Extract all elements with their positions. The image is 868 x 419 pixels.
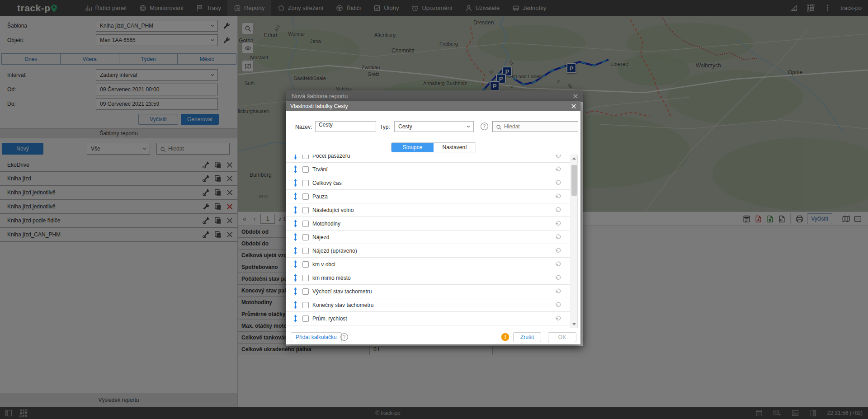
scroll-down-icon[interactable] xyxy=(571,321,577,328)
warning-icon: ! xyxy=(501,333,509,341)
drag-updown-icon[interactable] xyxy=(293,233,298,241)
modal-tabs: SloupceNastavení xyxy=(391,142,476,152)
drag-updown-icon[interactable] xyxy=(293,315,298,322)
help-icon[interactable]: ? xyxy=(340,333,349,341)
scrollbar-thumb[interactable] xyxy=(571,165,577,196)
undo-icon[interactable] xyxy=(555,207,561,213)
column-checkbox[interactable] xyxy=(302,261,309,268)
name-field[interactable] xyxy=(315,121,376,132)
svg-text:?: ? xyxy=(483,124,486,129)
column-name: Následující volno xyxy=(312,207,354,213)
name-label: Název: xyxy=(295,124,312,130)
drag-updown-icon[interactable] xyxy=(293,179,298,187)
inner-modal-titlebar: Vlastnosti tabulky Cesty xyxy=(286,101,580,111)
column-name: Celkový čas xyxy=(312,180,342,186)
svg-text:!: ! xyxy=(504,334,506,340)
column-checkbox[interactable] xyxy=(302,288,309,295)
drag-updown-icon[interactable] xyxy=(293,247,298,254)
undo-icon[interactable] xyxy=(555,247,561,254)
column-row[interactable]: Počet pasažérů xyxy=(286,155,570,163)
column-name: Konečný stav tachometru xyxy=(312,302,373,308)
inner-modal-title: Vlastnosti tabulky Cesty xyxy=(290,103,348,109)
scrollbar[interactable] xyxy=(571,155,578,328)
type-select[interactable]: Cesty xyxy=(394,121,474,132)
column-row[interactable]: km v obci xyxy=(286,258,570,271)
column-checkbox[interactable] xyxy=(302,180,309,186)
column-checkbox[interactable] xyxy=(302,248,309,254)
column-name: Motohodiny xyxy=(312,221,340,227)
undo-icon[interactable] xyxy=(555,288,561,295)
drag-updown-icon[interactable] xyxy=(293,206,298,214)
column-checkbox[interactable] xyxy=(302,302,309,308)
undo-icon[interactable] xyxy=(555,315,561,322)
column-checkbox[interactable] xyxy=(302,221,309,227)
column-row[interactable]: Trvání xyxy=(286,163,570,176)
column-checkbox[interactable] xyxy=(302,315,309,322)
tab-sloupce[interactable]: Sloupce xyxy=(392,143,434,152)
column-name: Počet pasažérů xyxy=(312,155,350,159)
column-name: km mimo město xyxy=(312,275,351,281)
column-row[interactable]: Motohodiny xyxy=(286,217,570,231)
column-name: Prům. rychlost xyxy=(312,315,347,322)
tab-nastaven[interactable]: Nastavení xyxy=(434,143,476,152)
column-name: Nájezd xyxy=(312,234,329,240)
undo-icon[interactable] xyxy=(555,220,561,227)
column-name: Pauza xyxy=(312,193,328,200)
add-calculator-button[interactable]: Přidat kalkulačku xyxy=(291,332,342,342)
column-name: Výchozí stav tachometru xyxy=(312,288,372,295)
column-search[interactable] xyxy=(492,121,578,132)
column-name: Nájezd (upraveno) xyxy=(312,248,357,254)
chevron-down-icon xyxy=(466,124,471,129)
column-row[interactable]: Konečný stav tachometru xyxy=(286,298,570,312)
undo-icon[interactable] xyxy=(555,179,561,186)
column-checkbox[interactable] xyxy=(302,166,309,173)
column-name: Trvání xyxy=(312,166,328,173)
app-window: track-p Řídící panel Monitorování Trasy … xyxy=(0,0,868,419)
drag-updown-icon[interactable] xyxy=(293,287,298,295)
undo-icon[interactable] xyxy=(555,261,561,268)
cancel-button[interactable]: Zrušit xyxy=(513,332,541,342)
column-row[interactable]: Následující volno xyxy=(286,203,570,217)
column-checkbox[interactable] xyxy=(302,234,309,240)
drag-updown-icon[interactable] xyxy=(293,220,298,227)
column-row[interactable]: Nájezd xyxy=(286,231,570,244)
column-row[interactable]: Celkový čas xyxy=(286,176,570,190)
column-row[interactable]: Nájezd (upraveno) xyxy=(286,244,570,258)
column-row[interactable]: Pauza xyxy=(286,190,570,203)
column-name: km v obci xyxy=(312,261,335,268)
column-row[interactable]: km mimo město xyxy=(286,271,570,285)
help-icon[interactable]: ? xyxy=(480,122,489,131)
undo-icon[interactable] xyxy=(555,166,561,173)
column-list: Počet pasažérů Trvání Celkový čas Pauza … xyxy=(286,155,570,328)
scroll-up-icon[interactable] xyxy=(571,155,577,162)
column-checkbox[interactable] xyxy=(302,207,309,213)
drag-updown-icon[interactable] xyxy=(293,165,298,173)
drag-updown-icon[interactable] xyxy=(293,155,298,160)
drag-updown-icon[interactable] xyxy=(293,193,298,200)
drag-updown-icon[interactable] xyxy=(293,301,298,309)
column-checkbox[interactable] xyxy=(302,275,309,281)
ok-button[interactable]: OK xyxy=(548,332,576,342)
type-label: Typ: xyxy=(380,124,390,130)
search-icon xyxy=(496,124,502,130)
undo-icon[interactable] xyxy=(555,155,561,159)
column-row[interactable]: Výchozí stav tachometru xyxy=(286,285,570,298)
drag-updown-icon[interactable] xyxy=(293,274,298,282)
table-properties-modal: Vlastnosti tabulky Cesty Název: Typ: Ces… xyxy=(286,101,580,344)
undo-icon[interactable] xyxy=(555,301,561,308)
undo-icon[interactable] xyxy=(555,234,561,240)
svg-text:?: ? xyxy=(343,334,346,339)
column-checkbox[interactable] xyxy=(302,155,309,159)
drag-updown-icon[interactable] xyxy=(293,260,298,268)
undo-icon[interactable] xyxy=(555,274,561,281)
close-icon[interactable] xyxy=(571,103,577,109)
undo-icon[interactable] xyxy=(555,193,561,200)
column-row[interactable]: Prům. rychlost xyxy=(286,312,570,325)
column-checkbox[interactable] xyxy=(302,193,309,200)
